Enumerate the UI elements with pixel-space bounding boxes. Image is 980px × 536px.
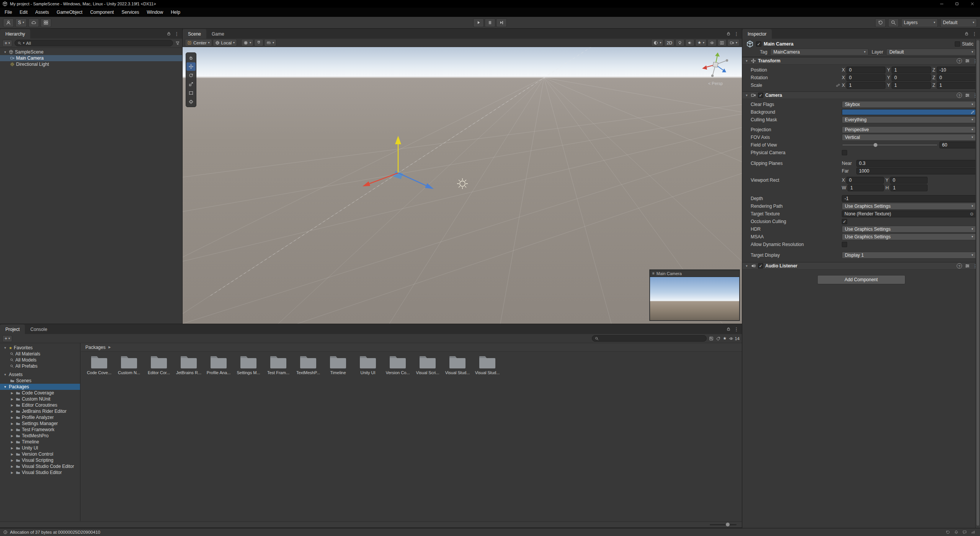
packages-section-row[interactable]: ▼ Packages bbox=[0, 384, 80, 390]
project-add-button[interactable]: +▾ bbox=[2, 335, 12, 342]
layout-grid-button[interactable] bbox=[41, 18, 51, 27]
foldout-icon[interactable]: ▶ bbox=[10, 453, 14, 456]
menu-item[interactable]: GameObject bbox=[53, 8, 86, 17]
help-icon[interactable]: ? bbox=[957, 93, 962, 98]
package-item[interactable]: ▶ Unity UI bbox=[0, 445, 80, 451]
menu-item[interactable]: File bbox=[1, 8, 16, 17]
help-icon[interactable]: ? bbox=[957, 263, 962, 269]
foldout-icon[interactable]: ▶ bbox=[10, 434, 14, 438]
lock-icon[interactable] bbox=[167, 31, 171, 36]
favorites-section-row[interactable]: ▼ ★ Favorites bbox=[0, 345, 80, 351]
foldout-icon[interactable]: ▼ bbox=[745, 94, 749, 97]
lock-icon[interactable] bbox=[726, 31, 731, 36]
occlusion-culling-checkbox[interactable] bbox=[842, 219, 847, 224]
tab-scene[interactable]: Scene bbox=[183, 29, 206, 39]
folder-item[interactable]: Profile Ana... bbox=[204, 355, 233, 375]
transform-tool-button[interactable] bbox=[186, 98, 196, 106]
minimize-button[interactable] bbox=[934, 0, 949, 8]
menu-item[interactable]: Assets bbox=[31, 8, 53, 17]
physical-camera-checkbox[interactable] bbox=[842, 150, 847, 155]
rotation-y-field[interactable]: 0 bbox=[892, 74, 931, 81]
tab-inspector[interactable]: Inspector bbox=[742, 29, 772, 39]
foldout-icon[interactable]: ▶ bbox=[10, 428, 14, 432]
camera-settings-dropdown[interactable]: ▾ bbox=[727, 39, 740, 46]
console-message-icon[interactable] bbox=[962, 530, 967, 534]
menu-item[interactable]: Services bbox=[118, 8, 143, 17]
grid-visibility-dropdown[interactable]: ▾ bbox=[241, 39, 253, 46]
filter-icon[interactable] bbox=[175, 41, 180, 46]
favorites-item[interactable]: All Prefabs bbox=[0, 363, 80, 369]
pivot-mode-dropdown[interactable]: Center▾ bbox=[185, 39, 212, 46]
foldout-icon[interactable]: ▶ bbox=[10, 398, 14, 401]
play-button[interactable] bbox=[473, 18, 484, 27]
viewport-w-field[interactable]: 1 bbox=[848, 184, 884, 191]
msaa-dropdown[interactable]: Use Graphics Settings▾ bbox=[842, 233, 976, 240]
package-item[interactable]: ▶ Test Framework bbox=[0, 427, 80, 433]
snap-settings-dropdown[interactable]: ▾ bbox=[264, 39, 276, 46]
foldout-icon[interactable]: ▶ bbox=[10, 391, 14, 395]
tab-hierarchy[interactable]: Hierarchy bbox=[0, 29, 30, 39]
project-search-input[interactable] bbox=[592, 335, 707, 342]
folder-item[interactable]: Version Co... bbox=[383, 355, 412, 375]
far-clip-field[interactable]: 1000 bbox=[856, 168, 976, 174]
folder-item[interactable]: Visual Stud... bbox=[443, 355, 472, 375]
foldout-icon[interactable]: ▶ bbox=[10, 471, 14, 474]
orientation-gizmo[interactable]: < Persp bbox=[694, 49, 737, 89]
layout-dropdown[interactable]: Default▾ bbox=[940, 18, 977, 27]
foldout-icon[interactable]: ▶ bbox=[10, 446, 14, 450]
package-item[interactable]: ▶ Custom NUnit bbox=[0, 396, 80, 402]
foldout-icon[interactable]: ▼ bbox=[745, 264, 749, 268]
rotate-tool-button[interactable] bbox=[186, 71, 196, 80]
assets-section-row[interactable]: ▼ Assets bbox=[0, 371, 80, 378]
package-item[interactable]: ▶ Visual Scripting bbox=[0, 457, 80, 463]
foldout-icon[interactable]: ▶ bbox=[10, 459, 14, 462]
panel-menu-icon[interactable]: ⋮ bbox=[734, 31, 739, 36]
audio-listener-enabled-checkbox[interactable] bbox=[758, 263, 763, 269]
hierarchy-search-input[interactable]: ▾ All bbox=[15, 40, 173, 46]
scale-y-field[interactable]: 1 bbox=[892, 82, 931, 89]
notification-bell-icon[interactable] bbox=[954, 530, 959, 534]
foldout-icon[interactable]: ▼ bbox=[3, 373, 7, 376]
position-x-field[interactable]: 0 bbox=[846, 67, 885, 73]
view-tool-button[interactable] bbox=[186, 54, 196, 62]
package-item[interactable]: ▶ Code Coverage bbox=[0, 390, 80, 396]
target-display-dropdown[interactable]: Display 1▾ bbox=[842, 252, 976, 259]
viewport-h-field[interactable]: 1 bbox=[890, 184, 928, 191]
position-y-field[interactable]: 1 bbox=[892, 67, 931, 73]
add-component-button[interactable]: Add Component bbox=[817, 275, 905, 284]
package-item[interactable]: ▶ Timeline bbox=[0, 439, 80, 445]
menu-item[interactable]: Window bbox=[143, 8, 167, 17]
projection-dropdown[interactable]: Perspective▾ bbox=[842, 126, 976, 133]
tab-project[interactable]: Project bbox=[0, 324, 25, 334]
folder-item[interactable]: Visual Stud... bbox=[473, 355, 502, 375]
hidden-packages-toggle[interactable]: 14 bbox=[729, 336, 740, 341]
background-color-field[interactable] bbox=[842, 109, 976, 115]
foldout-icon[interactable]: ▶ bbox=[10, 404, 14, 407]
panel-menu-icon[interactable]: ⋮ bbox=[174, 31, 179, 36]
favorites-star-icon[interactable]: ★ bbox=[723, 336, 727, 341]
handle-orientation-dropdown[interactable]: Local▾ bbox=[213, 39, 237, 46]
rotation-z-field[interactable]: 0 bbox=[937, 74, 976, 81]
fov-axis-dropdown[interactable]: Vertical▾ bbox=[842, 134, 976, 141]
viewport-x-field[interactable]: 0 bbox=[846, 177, 884, 184]
tab-game[interactable]: Game bbox=[206, 29, 230, 39]
folder-item[interactable]: Custom N... bbox=[114, 355, 144, 375]
panel-menu-icon[interactable]: ⋮ bbox=[734, 327, 739, 332]
status-message[interactable]: Allocation of 37 bytes at 00000025D20900… bbox=[10, 530, 100, 534]
panel-menu-icon[interactable]: ⋮ bbox=[972, 31, 977, 36]
clear-flags-dropdown[interactable]: Skybox▾ bbox=[842, 101, 976, 108]
slider-thumb[interactable] bbox=[726, 523, 730, 526]
scene-visibility-button[interactable] bbox=[707, 39, 717, 46]
hierarchy-add-button[interactable]: +▾ bbox=[2, 40, 12, 47]
transform-component-header[interactable]: ▼ Transform ? ⋮ bbox=[742, 57, 980, 65]
search-by-type-icon[interactable] bbox=[709, 336, 714, 341]
layers-dropdown[interactable]: Layers▾ bbox=[901, 18, 938, 27]
hierarchy-scene-row[interactable]: ▼ SampleScene bbox=[0, 49, 182, 55]
scrollbar-thumb[interactable] bbox=[977, 40, 979, 526]
foldout-icon[interactable]: ▶ bbox=[10, 410, 14, 413]
undo-history-button[interactable] bbox=[875, 18, 886, 27]
foldout-icon[interactable]: ▶ bbox=[10, 416, 14, 419]
preset-icon[interactable] bbox=[965, 93, 970, 98]
viewport-y-field[interactable]: 0 bbox=[890, 177, 928, 184]
foldout-icon[interactable]: ▼ bbox=[745, 59, 749, 63]
